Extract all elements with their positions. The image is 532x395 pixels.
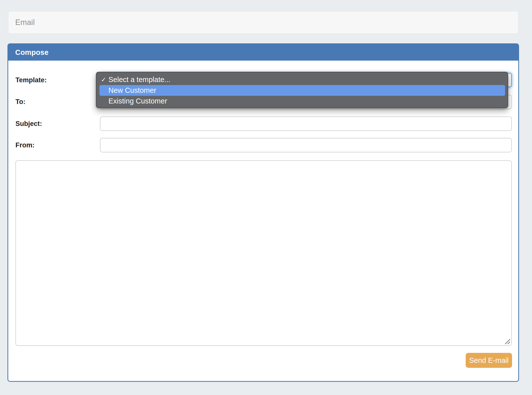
dropdown-option-select-a-template[interactable]: ✓ Select a template... — [96, 74, 508, 85]
message-textarea[interactable] — [15, 160, 512, 346]
dropdown-option-label: Existing Customer — [108, 97, 167, 105]
checkmark-icon: ✓ — [101, 76, 108, 83]
compose-title: Compose — [15, 48, 49, 57]
email-section-panel: Email — [8, 11, 519, 34]
template-label: Template: — [15, 76, 47, 84]
template-dropdown-menu: ✓ Select a template... New Customer Exis… — [96, 72, 508, 108]
message-textarea-wrap — [15, 160, 512, 346]
subject-input[interactable] — [100, 116, 512, 131]
to-label: To: — [15, 98, 25, 106]
compose-header: Compose — [8, 44, 518, 61]
dropdown-option-label: New Customer — [108, 86, 156, 95]
page-title: Email — [15, 18, 35, 27]
subject-label: Subject: — [15, 119, 42, 128]
dropdown-option-label: Select a template... — [108, 76, 170, 84]
dropdown-option-new-customer[interactable]: New Customer — [99, 85, 505, 96]
from-label: From: — [15, 141, 35, 149]
from-input[interactable] — [100, 138, 512, 152]
compose-panel: Compose Template: To: Subject: From: Sen… — [7, 43, 519, 382]
dropdown-option-existing-customer[interactable]: Existing Customer — [96, 96, 508, 106]
send-email-button[interactable]: Send E-mail — [466, 353, 512, 368]
